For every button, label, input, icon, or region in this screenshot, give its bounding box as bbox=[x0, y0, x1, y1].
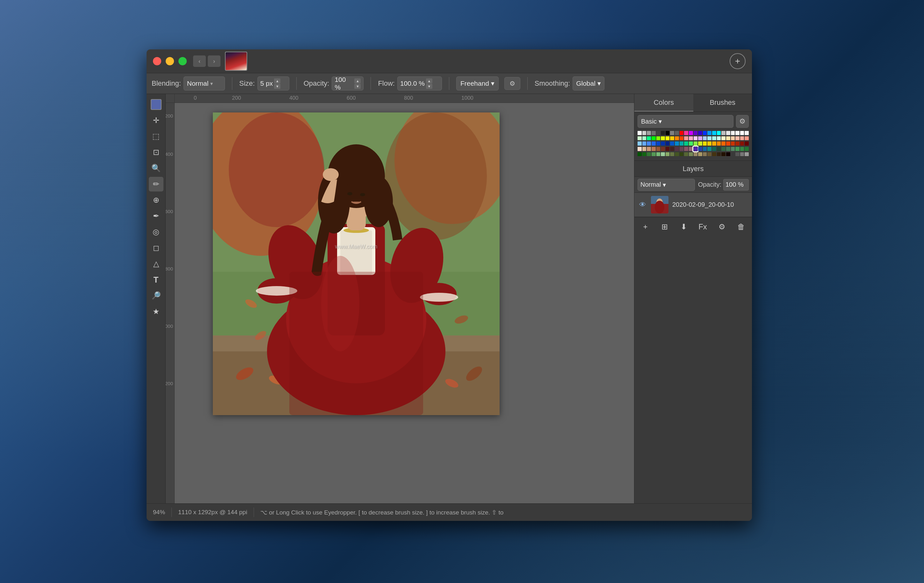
color-swatch-gray2[interactable] bbox=[740, 152, 744, 156]
color-swatch-white[interactable] bbox=[638, 131, 642, 135]
color-swatch-selected-purple[interactable] bbox=[694, 147, 698, 151]
opacity-input[interactable]: 100 % ▲ ▼ bbox=[332, 76, 363, 91]
color-swatch-springgreen[interactable] bbox=[647, 136, 651, 140]
color-swatch-lightblue1[interactable] bbox=[703, 136, 707, 140]
layer-visibility-toggle[interactable]: 👁 bbox=[638, 200, 647, 209]
color-swatch-mauve[interactable] bbox=[684, 147, 688, 151]
color-swatch-gray[interactable] bbox=[647, 131, 651, 135]
color-swatch-chartreuse[interactable] bbox=[657, 136, 660, 140]
color-swatch-cerulean[interactable] bbox=[703, 147, 707, 151]
color-swatch-sand[interactable] bbox=[698, 152, 702, 156]
brush-tool-button[interactable]: ✏ bbox=[149, 177, 163, 191]
color-swatch-lightyellow[interactable] bbox=[721, 136, 726, 140]
layer-blend-dropdown[interactable]: Normal ▾ bbox=[638, 179, 695, 191]
fill-tool-button[interactable]: ⊕ bbox=[149, 193, 163, 208]
color-swatch-lightred[interactable] bbox=[684, 136, 688, 140]
color-swatch-dustypink[interactable] bbox=[689, 147, 693, 151]
color-swatch-plum1[interactable] bbox=[675, 147, 679, 151]
color-swatch-lightpink[interactable] bbox=[689, 136, 693, 140]
color-swatch-sepia[interactable] bbox=[717, 152, 721, 156]
color-swatch-medblue[interactable] bbox=[652, 142, 656, 146]
color-swatch-lightsalmon[interactable] bbox=[745, 136, 749, 140]
color-swatch-peach[interactable] bbox=[731, 136, 735, 140]
export-layer-button[interactable]: ⬇ bbox=[677, 221, 690, 233]
color-swatch-olive[interactable] bbox=[670, 152, 674, 156]
color-swatch-vdarkgreen[interactable] bbox=[638, 152, 642, 156]
color-swatch-dimgray[interactable] bbox=[735, 152, 739, 156]
document-tab[interactable] bbox=[225, 52, 247, 71]
color-swatch-yellow2[interactable] bbox=[703, 142, 707, 146]
color-swatch-lightgreen1[interactable] bbox=[638, 136, 642, 140]
minimize-button[interactable] bbox=[166, 57, 174, 65]
eraser-tool-button[interactable]: ◻ bbox=[149, 240, 163, 255]
color-swatch-blue[interactable] bbox=[698, 131, 702, 135]
color-swatch-violet[interactable] bbox=[694, 131, 698, 135]
color-swatch-hotpink[interactable] bbox=[684, 131, 688, 135]
selection-tool-button[interactable]: ⬚ bbox=[149, 129, 163, 144]
color-swatch-verydarkbrown[interactable] bbox=[670, 147, 674, 151]
color-swatch-orange2[interactable] bbox=[680, 136, 684, 140]
color-swatch-silver2[interactable] bbox=[745, 152, 749, 156]
color-swatch-lightcyan[interactable] bbox=[712, 136, 716, 140]
color-swatch-medgreen[interactable] bbox=[731, 147, 735, 151]
color-swatch-blue2[interactable] bbox=[657, 142, 660, 146]
flow-input[interactable]: 100.0 % ▲ ▼ bbox=[397, 76, 442, 91]
color-swatch-yellow-green[interactable] bbox=[661, 136, 665, 140]
color-swatch-azure[interactable] bbox=[670, 142, 674, 146]
color-swatch-white3[interactable] bbox=[735, 131, 739, 135]
maximize-button[interactable] bbox=[178, 57, 187, 65]
color-swatch-orangered[interactable] bbox=[721, 142, 726, 146]
color-swatch-oliveg[interactable] bbox=[666, 152, 670, 156]
color-swatch-green2[interactable] bbox=[735, 147, 739, 151]
color-swatch-tan3[interactable] bbox=[694, 152, 698, 156]
color-swatch-khaki[interactable] bbox=[689, 152, 693, 156]
color-swatch-gold[interactable] bbox=[670, 136, 674, 140]
group-layers-button[interactable]: ⊞ bbox=[658, 221, 671, 233]
color-swatch-skyblue[interactable] bbox=[707, 131, 711, 135]
color-swatch-navyblue[interactable] bbox=[661, 142, 665, 146]
color-swatch-vermilion[interactable] bbox=[726, 142, 730, 146]
color-swatch-white5[interactable] bbox=[745, 131, 749, 135]
color-swatch-darkgreen2[interactable] bbox=[717, 147, 721, 151]
layer-item-1[interactable]: 👁 2020-02-09_20-00-10 bbox=[634, 193, 752, 217]
color-swatch-amber[interactable] bbox=[707, 142, 711, 146]
color-swatch-salmon[interactable] bbox=[735, 136, 739, 140]
opacity-stepper[interactable]: ▲ ▼ bbox=[354, 78, 361, 89]
color-swatch-skin3[interactable] bbox=[647, 147, 651, 151]
color-swatch-mid[interactable] bbox=[670, 131, 674, 135]
brush-settings-button[interactable]: ⚙ bbox=[504, 77, 520, 90]
tab-brushes[interactable]: Brushes bbox=[693, 94, 752, 112]
color-swatch-darkgreen3[interactable] bbox=[745, 147, 749, 151]
color-swatch-mid2[interactable] bbox=[675, 131, 679, 135]
color-swatch-skin2[interactable] bbox=[642, 147, 647, 151]
color-swatch-yellow[interactable] bbox=[666, 136, 670, 140]
flow-up-button[interactable]: ▲ bbox=[426, 78, 432, 84]
color-swatch-royalblue[interactable] bbox=[647, 142, 651, 146]
color-swatch-yellowgreen2[interactable] bbox=[694, 142, 698, 146]
color-swatch-cyan2[interactable] bbox=[717, 131, 721, 135]
flow-stepper[interactable]: ▲ ▼ bbox=[426, 78, 432, 89]
opacity-up-button[interactable]: ▲ bbox=[354, 78, 361, 84]
color-swatch-green3[interactable] bbox=[740, 147, 744, 151]
color-swatch-white4[interactable] bbox=[740, 131, 744, 135]
size-down-button[interactable]: ▼ bbox=[274, 84, 280, 89]
color-swatch-plum2[interactable] bbox=[680, 147, 684, 151]
color-swatch-lightblue2[interactable] bbox=[707, 136, 711, 140]
color-swatch-darksepia[interactable] bbox=[721, 152, 726, 156]
palette-settings-button[interactable]: ⚙ bbox=[736, 115, 749, 128]
color-swatch-mintgreen[interactable] bbox=[642, 136, 647, 140]
color-swatch-lavender[interactable] bbox=[694, 136, 698, 140]
forward-button[interactable]: › bbox=[208, 56, 221, 67]
color-swatch-lightgray[interactable] bbox=[642, 131, 647, 135]
color-swatch-skin1[interactable] bbox=[638, 147, 642, 151]
favorites-tool-button[interactable]: ★ bbox=[149, 304, 163, 319]
flow-down-button[interactable]: ▼ bbox=[426, 84, 432, 89]
color-swatch-forest[interactable] bbox=[721, 147, 726, 151]
color-swatch-almostblack[interactable] bbox=[661, 131, 665, 135]
color-swatch-umber[interactable] bbox=[707, 152, 711, 156]
color-swatch-darkorange[interactable] bbox=[717, 142, 721, 146]
color-swatch-g4[interactable] bbox=[652, 152, 656, 156]
text-tool-button[interactable]: T bbox=[149, 272, 163, 287]
layer-opacity-input[interactable]: 100 % bbox=[723, 179, 749, 191]
color-swatch-charcoal[interactable] bbox=[731, 152, 735, 156]
